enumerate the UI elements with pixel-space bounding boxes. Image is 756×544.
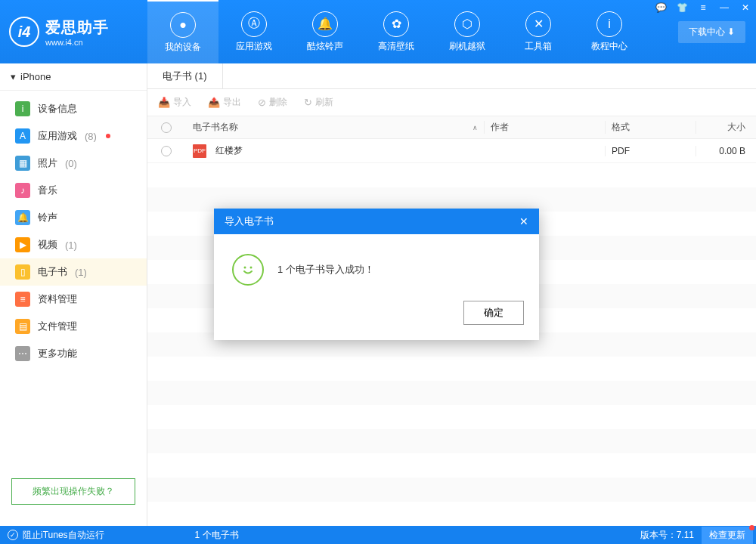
sidebar-icon: 🔔 <box>15 210 30 225</box>
nav-label: 应用游戏 <box>236 40 272 53</box>
tool-icon: ✕ <box>525 11 551 37</box>
sidebar-icon: ▶ <box>15 237 30 252</box>
tab-strip: 电子书 (1) <box>147 63 756 89</box>
logo-area: i4 爱思助手 www.i4.cn <box>0 0 147 63</box>
sidebar-label: 设备信息 <box>38 102 77 116</box>
sidebar-icon: ▯ <box>15 264 30 280</box>
update-badge-icon <box>749 525 754 530</box>
sidebar-item-应用游戏[interactable]: A应用游戏(8) <box>0 122 147 150</box>
svg-point-1 <box>250 267 253 269</box>
troubleshoot-link[interactable]: 频繁出现操作失败？ <box>11 478 135 505</box>
box-icon: ⬡ <box>454 11 480 37</box>
row-name: 红楼梦 <box>215 144 243 157</box>
refresh-button[interactable]: ↻刷新 <box>304 96 333 109</box>
delete-icon: ⊘ <box>258 97 266 108</box>
app-title: 爱思助手 <box>45 17 109 38</box>
tab-ebooks[interactable]: 电子书 (1) <box>147 63 223 88</box>
import-button[interactable]: 📥导入 <box>158 96 191 109</box>
sidebar-icon: ≡ <box>15 292 30 307</box>
minimize-button[interactable]: — <box>714 0 735 15</box>
apple-icon: ● <box>170 12 196 38</box>
info-icon: i <box>596 11 622 37</box>
itunes-block-toggle[interactable]: 阻止iTunes自动运行 <box>23 529 104 542</box>
export-icon: 📤 <box>208 97 220 108</box>
status-count: 1 个电子书 <box>195 529 239 542</box>
sidebar-item-铃声[interactable]: 🔔铃声 <box>0 204 147 231</box>
column-author[interactable]: 作者 <box>484 121 605 134</box>
device-header[interactable]: ▾ iPhone <box>0 63 147 91</box>
table-header: 电子书名称∧ 作者 格式 大小 <box>147 116 756 139</box>
download-center-button[interactable]: 下载中心 ⬇ <box>678 21 745 43</box>
row-size: 0.00 B <box>696 146 756 156</box>
svg-point-0 <box>244 267 246 269</box>
row-checkbox[interactable] <box>161 146 172 156</box>
check-update-button[interactable]: 检查更新 <box>702 527 753 544</box>
sidebar-icon: ⋯ <box>15 346 30 361</box>
sidebar-icon: ▦ <box>15 156 30 171</box>
version-label: 版本号：7.11 <box>640 529 694 542</box>
dialog-message: 1 个电子书导入成功！ <box>277 263 374 277</box>
sidebar-icon: A <box>15 128 30 144</box>
sort-asc-icon: ∧ <box>472 124 478 131</box>
app-subtitle: www.i4.cn <box>45 38 109 47</box>
statusbar: ✓ 阻止iTunes自动运行 1 个电子书 版本号：7.11 检查更新 <box>0 526 756 544</box>
close-button[interactable]: ✕ <box>735 0 756 15</box>
nav-tab-apple[interactable]: ●我的设备 <box>147 0 218 63</box>
sidebar-label: 资料管理 <box>38 292 77 306</box>
sidebar-label: 应用游戏 <box>38 129 77 143</box>
nav-tab-app[interactable]: Ⓐ应用游戏 <box>218 0 290 63</box>
sidebar-label: 视频 <box>38 238 57 252</box>
sidebar-item-音乐[interactable]: ♪音乐 <box>0 177 147 204</box>
sidebar-label: 音乐 <box>38 184 57 197</box>
sidebar-icon: ♪ <box>15 183 30 198</box>
menu-icon[interactable]: ≡ <box>692 0 714 15</box>
pdf-icon: PDF <box>193 144 206 158</box>
sidebar: ▾ iPhone i设备信息A应用游戏(8)▦照片(0)♪音乐🔔铃声▶视频(1)… <box>0 63 147 526</box>
sidebar-label: 电子书 <box>38 265 67 279</box>
sidebar-item-文件管理[interactable]: ▤文件管理 <box>0 313 147 340</box>
sidebar-count: (0) <box>65 158 77 169</box>
chevron-down-icon: ▾ <box>11 71 16 82</box>
nav-label: 我的设备 <box>165 41 201 54</box>
dialog-close-button[interactable]: ✕ <box>516 214 531 229</box>
nav-tab-flower[interactable]: ✿高清壁纸 <box>361 0 432 63</box>
app-icon: Ⓐ <box>241 11 267 37</box>
select-all-checkbox[interactable] <box>161 122 172 133</box>
sidebar-item-更多功能[interactable]: ⋯更多功能 <box>0 340 147 367</box>
nav-label: 高清壁纸 <box>378 40 414 53</box>
table-row[interactable]: PDF红楼梦PDF0.00 B <box>147 139 756 163</box>
bell-icon: 🔔 <box>312 11 338 37</box>
delete-button[interactable]: ⊘删除 <box>258 96 287 109</box>
header: i4 爱思助手 www.i4.cn ●我的设备Ⓐ应用游戏🔔酷炫铃声✿高清壁纸⬡刷… <box>0 0 756 63</box>
sidebar-count: (1) <box>65 240 77 251</box>
row-format: PDF <box>605 146 696 156</box>
nav-label: 刷机越狱 <box>449 40 485 53</box>
window-controls: 💬 👕 ≡ — ✕ <box>650 0 756 15</box>
export-button[interactable]: 📤导出 <box>208 96 241 109</box>
refresh-icon: ↻ <box>304 97 312 108</box>
sidebar-label: 文件管理 <box>38 320 77 333</box>
nav-tab-box[interactable]: ⬡刷机越狱 <box>432 0 503 63</box>
ok-button[interactable]: 确定 <box>463 301 524 325</box>
sidebar-count: (1) <box>75 267 87 278</box>
shirt-icon[interactable]: 👕 <box>671 0 692 15</box>
column-name[interactable]: 电子书名称∧ <box>185 121 484 134</box>
badge-dot-icon <box>106 134 110 138</box>
column-size[interactable]: 大小 <box>696 121 756 134</box>
flower-icon: ✿ <box>383 11 409 37</box>
sidebar-item-设备信息[interactable]: i设备信息 <box>0 95 147 122</box>
column-format[interactable]: 格式 <box>605 121 696 134</box>
check-icon: ✓ <box>8 530 18 540</box>
chat-icon[interactable]: 💬 <box>650 0 671 15</box>
sidebar-item-资料管理[interactable]: ≡资料管理 <box>0 286 147 313</box>
nav-tab-tool[interactable]: ✕工具箱 <box>503 0 574 63</box>
nav-tab-info[interactable]: i教程中心 <box>574 0 645 63</box>
sidebar-item-电子书[interactable]: ▯电子书(1) <box>0 258 147 286</box>
dialog-title: 导入电子书 <box>225 215 274 228</box>
nav-tab-bell[interactable]: 🔔酷炫铃声 <box>290 0 361 63</box>
sidebar-item-照片[interactable]: ▦照片(0) <box>0 150 147 177</box>
device-name: iPhone <box>20 71 51 82</box>
sidebar-item-视频[interactable]: ▶视频(1) <box>0 231 147 258</box>
nav-label: 教程中心 <box>591 40 627 53</box>
sidebar-count: (8) <box>85 131 97 142</box>
